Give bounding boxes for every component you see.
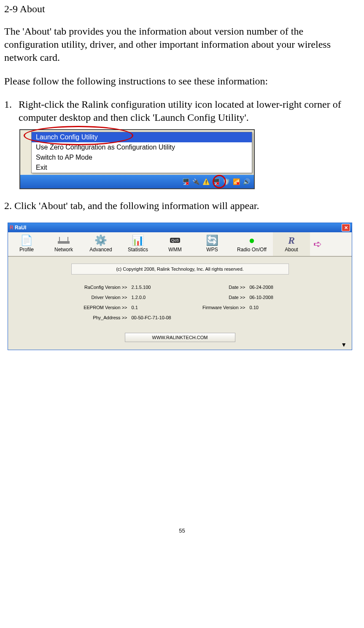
tab-label: Profile: [8, 247, 45, 253]
context-menu-screenshot: Launch Config Utility Use Zero Configura…: [19, 129, 255, 189]
menu-item-switch-ap[interactable]: Switch to AP Mode: [32, 152, 252, 163]
tab-label: Radio On/Off: [231, 247, 273, 253]
eeprom-version-value: 0.1: [132, 305, 186, 310]
menu-item-exit[interactable]: Exit: [32, 163, 252, 173]
statistics-icon: 📊: [119, 234, 156, 247]
tab-profile[interactable]: 📄 Profile: [8, 232, 45, 256]
tray-network2-icon[interactable]: 🖥️✖: [212, 177, 220, 186]
context-menu: Launch Config Utility Use Zero Configura…: [31, 132, 252, 173]
page-number: 55: [4, 527, 360, 534]
gear-icon: ⚙️: [82, 234, 119, 247]
copyright-text: (c) Copyright 2008, Ralink Technology, I…: [71, 264, 289, 275]
website-link-button[interactable]: WWW.RALINKTECH.COM: [125, 333, 235, 342]
eeprom-version-label: EEPROM Version >>: [60, 305, 132, 310]
intro-paragraph: The 'About' tab provides you the informa…: [4, 25, 360, 65]
profile-icon: 📄: [8, 234, 45, 247]
info-row-driver: Driver Version >> 1.2.0.0 Date >> 06-10-…: [60, 292, 300, 302]
tab-label: Statistics: [119, 247, 156, 253]
tab-wps[interactable]: 🔄 WPS: [194, 232, 231, 256]
tab-label: WMM: [156, 247, 194, 253]
tab-radio[interactable]: ● Radio On/Off: [231, 232, 273, 256]
phy-address-value: 00-50-FC-71-10-08: [132, 315, 241, 320]
tab-label: WPS: [194, 247, 231, 253]
info-row-phy: Phy_Address >> 00-50-FC-71-10-08: [60, 313, 300, 323]
taskbar: 🖥️✖ 🔌 ⚠️ 🖥️✖ 🛡️ 📶✖ 🔊: [20, 175, 254, 188]
tab-label: Network: [45, 247, 82, 253]
firmware-version-label: Firmware Version >>: [186, 305, 250, 310]
about-panel: (c) Copyright 2008, Ralink Technology, I…: [8, 257, 352, 350]
about-icon: R: [273, 234, 310, 247]
menu-item-launch-config[interactable]: Launch Config Utility: [32, 132, 252, 142]
menu-item-zero-config[interactable]: Use Zero Configuration as Configuration …: [32, 142, 252, 152]
tab-statistics[interactable]: 📊 Statistics: [119, 232, 156, 256]
tray-warning-icon[interactable]: ⚠️: [202, 177, 210, 186]
info-row-eeprom: EEPROM Version >> 0.1 Firmware Version >…: [60, 302, 300, 313]
tab-bar: 📄 Profile Network ⚙️ Advanced 📊 Statisti…: [8, 232, 352, 257]
raconfig-version-value: 2.1.5.100: [132, 285, 186, 290]
version-info-grid: RaConfig Version >> 2.1.5.100 Date >> 06…: [60, 282, 300, 323]
tab-network[interactable]: Network: [45, 232, 82, 256]
close-icon: ✕: [344, 225, 348, 231]
phy-address-label: Phy_Address >>: [60, 315, 132, 320]
tab-scroll-right[interactable]: ➪: [310, 232, 325, 256]
tray-safely-remove-icon[interactable]: 🔌: [191, 177, 200, 186]
raui-window: R RaUI ✕ 📄 Profile Network ⚙️ Advanced 📊…: [8, 223, 352, 350]
arrow-right-icon: ➪: [313, 238, 322, 250]
window-title: RaUI: [15, 225, 26, 231]
router-icon: [45, 234, 82, 247]
tray-network-icon[interactable]: 🖥️✖: [181, 177, 190, 186]
step-1-text: Right-click the Ralink configuration uti…: [19, 99, 341, 123]
tray-ralink-icon[interactable]: 📶✖: [232, 177, 240, 186]
tray-volume-icon[interactable]: 🔊: [242, 177, 251, 186]
tab-wmm[interactable]: QoS WMM: [156, 232, 194, 256]
qos-icon: QoS: [156, 234, 194, 247]
close-button[interactable]: ✕: [342, 224, 350, 231]
svg-rect-0: [58, 241, 70, 244]
tab-label: Advanced: [82, 247, 119, 253]
driver-date-label: Date >>: [186, 295, 250, 300]
window-titlebar: R RaUI ✕: [8, 223, 352, 232]
step-1-number: 1.: [4, 98, 12, 111]
raconfig-date-value: 06-24-2008: [250, 285, 292, 290]
tab-advanced[interactable]: ⚙️ Advanced: [82, 232, 119, 256]
raconfig-version-label: RaConfig Version >>: [60, 285, 132, 290]
step-1: 1. Right-click the Ralink configuration …: [4, 98, 360, 124]
firmware-version-value: 0.10: [250, 305, 292, 310]
driver-version-label: Driver Version >>: [60, 295, 132, 300]
driver-version-value: 1.2.0.0: [132, 295, 186, 300]
instruction-lead: Please follow the following instructions…: [4, 75, 360, 88]
raconfig-date-label: Date >>: [186, 285, 250, 290]
tab-about[interactable]: R About: [273, 232, 310, 256]
info-row-raconfig: RaConfig Version >> 2.1.5.100 Date >> 06…: [60, 282, 300, 292]
radio-icon: ●: [231, 234, 273, 247]
tab-label: About: [273, 247, 310, 253]
section-heading: 2-9 About: [4, 3, 360, 15]
expand-arrow-icon[interactable]: ▼: [341, 341, 347, 348]
driver-date-value: 06-10-2008: [250, 295, 292, 300]
step-2: 2. Click 'About' tab, and the following …: [4, 199, 360, 212]
wps-icon: 🔄: [194, 234, 231, 247]
tray-shield-icon[interactable]: 🛡️: [222, 177, 230, 186]
